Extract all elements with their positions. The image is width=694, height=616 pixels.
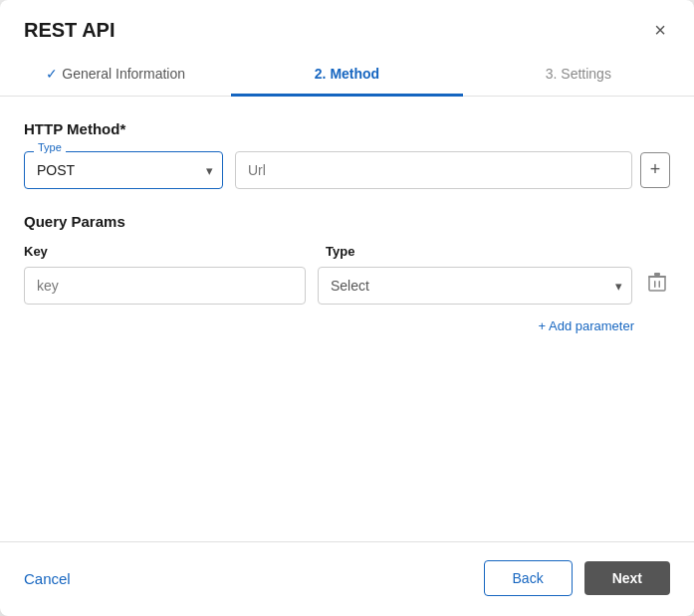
type-column-label: Type bbox=[326, 244, 670, 259]
add-parameter-button[interactable]: + Add parameter bbox=[539, 318, 634, 333]
tab-method[interactable]: 2. Method bbox=[231, 52, 462, 97]
url-input[interactable] bbox=[235, 151, 632, 189]
tabs-row: ✓General Information 2. Method 3. Settin… bbox=[0, 52, 694, 97]
close-button[interactable]: × bbox=[650, 18, 670, 42]
key-column-label: Key bbox=[24, 244, 318, 259]
next-button[interactable]: Next bbox=[584, 561, 670, 595]
key-input[interactable] bbox=[24, 267, 306, 305]
http-method-select[interactable]: GET POST PUT DELETE PATCH bbox=[24, 151, 223, 189]
back-button[interactable]: Back bbox=[484, 560, 573, 596]
svg-rect-3 bbox=[648, 276, 666, 278]
add-url-button[interactable]: + bbox=[640, 152, 670, 188]
query-params-section: Query Params Key Type Select String Numb… bbox=[24, 213, 670, 333]
http-method-title: HTTP Method* bbox=[24, 120, 670, 137]
footer-right: Back Next bbox=[484, 560, 670, 596]
url-input-wrapper: + bbox=[235, 151, 670, 189]
params-row: Select String Number Boolean ▾ bbox=[24, 267, 670, 305]
check-icon: ✓ bbox=[46, 66, 58, 82]
query-params-title: Query Params bbox=[24, 213, 670, 230]
tab-settings[interactable]: 3. Settings bbox=[463, 52, 694, 97]
tab-settings-label: 3. Settings bbox=[546, 66, 611, 82]
cancel-button[interactable]: Cancel bbox=[24, 570, 71, 587]
svg-rect-2 bbox=[659, 281, 661, 288]
tab-general-information[interactable]: ✓General Information bbox=[0, 52, 231, 97]
type-select-wrapper: Select String Number Boolean ▾ bbox=[318, 267, 632, 305]
delete-param-button[interactable] bbox=[644, 269, 670, 302]
modal-title: REST API bbox=[24, 19, 116, 42]
type-select-container: Type GET POST PUT DELETE PATCH ▾ bbox=[24, 151, 223, 189]
rest-api-modal: REST API × ✓General Information 2. Metho… bbox=[0, 0, 694, 616]
modal-footer: Cancel Back Next bbox=[0, 541, 694, 616]
type-label: Type bbox=[34, 141, 66, 153]
modal-body: HTTP Method* Type GET POST PUT DELETE PA… bbox=[0, 97, 694, 542]
tab-method-label: 2. Method bbox=[315, 66, 379, 82]
modal-header: REST API × bbox=[0, 0, 694, 52]
tab-general-label: General Information bbox=[62, 66, 185, 82]
type-dropdown[interactable]: Select String Number Boolean bbox=[318, 267, 632, 305]
params-columns: Key Type bbox=[24, 244, 670, 259]
svg-rect-4 bbox=[654, 273, 660, 276]
trash-icon bbox=[648, 273, 666, 298]
add-param-row: + Add parameter bbox=[24, 318, 670, 333]
svg-rect-0 bbox=[649, 277, 665, 291]
svg-rect-1 bbox=[654, 281, 656, 288]
http-method-row: Type GET POST PUT DELETE PATCH ▾ + bbox=[24, 151, 670, 189]
